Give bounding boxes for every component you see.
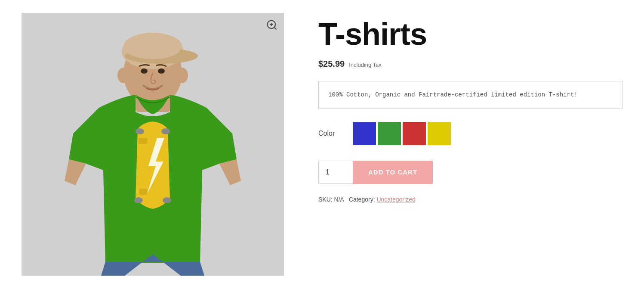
price-row: $25.99 Including Tax <box>318 59 622 69</box>
zoom-icon[interactable] <box>266 19 278 31</box>
product-details: T-shirts $25.99 Including Tax 100% Cotto… <box>318 13 622 203</box>
page-container: T-shirts $25.99 Including Tax 100% Cotto… <box>0 0 644 289</box>
product-image <box>22 13 284 276</box>
product-image-container <box>22 13 284 276</box>
price-note: Including Tax <box>349 62 382 68</box>
svg-point-10 <box>176 68 188 83</box>
svg-point-15 <box>134 197 143 203</box>
color-swatch-red[interactable] <box>403 122 426 145</box>
quantity-input[interactable] <box>318 161 353 184</box>
color-swatch-blue[interactable] <box>353 122 376 145</box>
color-row: Color <box>318 122 622 145</box>
svg-rect-12 <box>139 189 147 195</box>
description-box: 100% Cotton, Organic and Fairtrade-certi… <box>318 81 622 109</box>
category-link[interactable]: Uncategorized <box>376 196 415 203</box>
svg-point-6 <box>125 37 181 59</box>
sku-value: N/A <box>334 196 344 203</box>
color-swatch-green[interactable] <box>378 122 401 145</box>
color-label: Color <box>318 130 344 137</box>
svg-line-18 <box>274 27 276 29</box>
svg-point-8 <box>158 68 165 74</box>
meta-row: SKU: N/A Category: Uncategorized <box>318 196 622 203</box>
add-to-cart-row: ADD TO CART <box>318 161 622 184</box>
svg-rect-11 <box>139 138 147 144</box>
product-description: 100% Cotton, Organic and Fairtrade-certi… <box>328 91 578 98</box>
svg-point-7 <box>141 68 148 74</box>
color-swatch-yellow[interactable] <box>428 122 451 145</box>
svg-point-14 <box>161 128 170 134</box>
category-label: Category: <box>349 196 375 203</box>
svg-point-16 <box>163 197 171 203</box>
add-to-cart-button[interactable]: ADD TO CART <box>353 161 433 184</box>
color-swatches <box>353 122 451 145</box>
svg-point-13 <box>136 128 144 134</box>
product-title: T-shirts <box>318 17 622 51</box>
product-price: $25.99 <box>318 59 345 69</box>
svg-point-9 <box>117 68 129 83</box>
sku-label: SKU: <box>318 196 333 203</box>
